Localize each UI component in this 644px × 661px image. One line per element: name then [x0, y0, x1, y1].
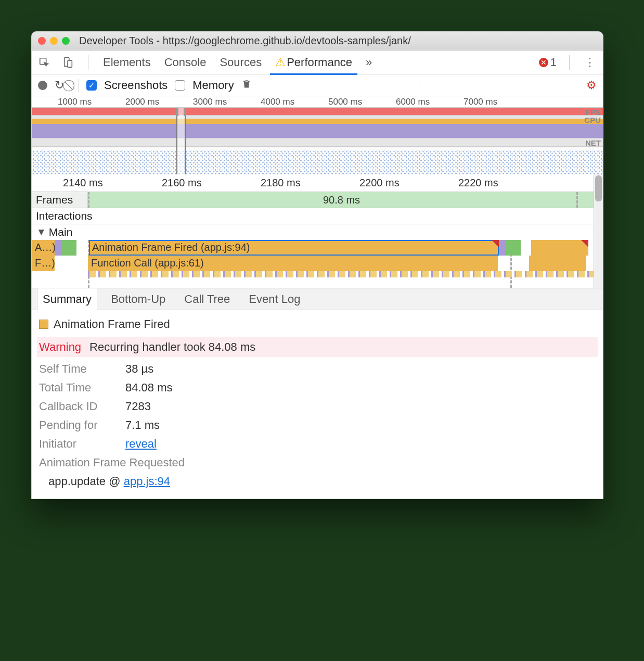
divider: [88, 55, 88, 70]
ruler-tick: 2220 ms: [458, 177, 498, 189]
flame-event-function-call[interactable]: Function Call (app.js:61): [88, 256, 498, 271]
details-tabs: Summary Bottom-Up Call Tree Event Log: [32, 288, 603, 310]
stack-source-link[interactable]: app.js:94: [124, 475, 170, 488]
warning-icon: ⚠: [275, 56, 286, 69]
ruler-tick: 4000 ms: [261, 97, 294, 107]
ruler-tick: 2180 ms: [261, 177, 301, 189]
screenshots-checkbox[interactable]: ✓: [86, 80, 97, 91]
total-time-value: 84.08 ms: [125, 381, 596, 395]
svg-rect-2: [68, 60, 72, 67]
tab-bottom-up[interactable]: Bottom-Up: [106, 288, 171, 310]
error-count[interactable]: 1: [550, 56, 557, 69]
warning-label: Warning: [39, 340, 81, 354]
flame-chart[interactable]: A…) Animation Frame Fired (app.js:94): [32, 240, 594, 288]
ruler-tick: 2000 ms: [125, 97, 159, 107]
ruler-tick: 3000 ms: [193, 97, 227, 107]
initiator-reveal-link[interactable]: reveal: [125, 437, 157, 450]
main-track-header[interactable]: ▼Main: [32, 224, 594, 240]
kebab-menu-icon[interactable]: ⋮: [582, 56, 598, 69]
ruler-tick: 6000 ms: [396, 97, 430, 107]
flame-event[interactable]: [505, 240, 521, 256]
overview-viewport-handle[interactable]: [176, 108, 186, 174]
initiator-heading: Animation Frame Requested: [39, 456, 596, 469]
long-task-warning-icon: [492, 240, 499, 247]
ruler-tick: 2160 ms: [162, 177, 202, 189]
ruler-tick: 2200 ms: [359, 177, 400, 189]
self-time-value: 38 µs: [125, 362, 596, 376]
interactions-track-label: Interactions: [32, 208, 97, 224]
flame-event[interactable]: [61, 240, 76, 256]
pending-value: 7.1 ms: [125, 418, 596, 432]
frames-track-label: Frames: [32, 192, 88, 208]
tab-elements[interactable]: Elements: [101, 52, 153, 73]
tab-performance-label: Performance: [287, 56, 352, 69]
ruler-tick: 5000 ms: [328, 97, 362, 107]
flame-event[interactable]: [55, 240, 61, 256]
warning-text: Recurring handler took 84.08 ms: [89, 340, 255, 354]
main-label-text: Main: [49, 226, 73, 238]
panel-tabs: Elements Console Sources ⚠Performance » …: [32, 50, 603, 74]
devtools-window: Developer Tools - https://googlechrome.g…: [31, 31, 603, 499]
memory-label: Memory: [192, 79, 234, 92]
stack-function: app.update @: [48, 475, 124, 488]
tab-call-tree[interactable]: Call Tree: [179, 288, 235, 310]
pending-label: Pending for: [39, 418, 117, 432]
titlebar: Developer Tools - https://googlechrome.g…: [32, 32, 603, 50]
ruler-tick: 1000 ms: [58, 97, 92, 107]
tabs-overflow[interactable]: »: [364, 52, 374, 73]
overview-fps-lane: FPS: [32, 108, 603, 115]
overview-timeline[interactable]: 1000 ms 2000 ms 3000 ms 4000 ms 5000 ms …: [32, 96, 603, 174]
flame-event[interactable]: A…): [32, 240, 55, 256]
flame-event-animation-frame-fired[interactable]: Animation Frame Fired (app.js:94): [89, 240, 499, 256]
reload-button[interactable]: ↻: [55, 79, 64, 92]
zoom-ruler[interactable]: 2140 ms 2160 ms 2180 ms 2200 ms 2220 ms: [32, 174, 594, 192]
flame-event[interactable]: F…): [32, 256, 55, 271]
frames-lane[interactable]: 90.8 ms: [88, 192, 594, 208]
inspect-icon[interactable]: [37, 57, 51, 68]
divider: [419, 79, 419, 92]
flame-event[interactable]: [529, 256, 586, 271]
chevron-down-icon[interactable]: ▼: [36, 226, 46, 238]
vertical-scrollbar[interactable]: [594, 174, 603, 288]
overview-cpu-lane: CPU: [32, 115, 603, 138]
tab-summary[interactable]: Summary: [37, 288, 97, 310]
interactions-track[interactable]: Interactions: [32, 208, 594, 224]
total-time-label: Total Time: [39, 381, 117, 395]
gear-icon[interactable]: ⚙: [586, 79, 597, 92]
stack-trace-row: app.update @ app.js:94: [48, 475, 596, 488]
flame-sub-events[interactable]: [88, 271, 594, 277]
frame-duration: 90.8 ms: [323, 194, 360, 206]
tab-sources[interactable]: Sources: [217, 52, 264, 73]
flame-event[interactable]: [499, 240, 505, 256]
record-button[interactable]: [38, 81, 47, 90]
callback-id-label: Callback ID: [39, 400, 117, 413]
initiator-label: Initiator: [39, 437, 117, 451]
divider: [569, 55, 570, 70]
scrollbar-thumb[interactable]: [595, 175, 602, 201]
maximize-icon[interactable]: [62, 37, 70, 45]
overview-screenshots-lane: [32, 146, 603, 174]
cpu-label: CPU: [584, 116, 601, 124]
flame-event[interactable]: [531, 240, 588, 256]
memory-checkbox[interactable]: [175, 80, 185, 91]
window-title: Developer Tools - https://googlechrome.g…: [79, 35, 411, 47]
frames-track[interactable]: Frames 90.8 ms: [32, 192, 594, 208]
trash-button[interactable]: [241, 79, 252, 92]
summary-title: Animation Frame Fired: [54, 317, 170, 331]
tab-performance[interactable]: ⚠Performance: [273, 52, 354, 73]
close-icon[interactable]: [38, 37, 46, 45]
tab-console[interactable]: Console: [162, 52, 209, 73]
summary-panel: Animation Frame Fired Warning Recurring …: [32, 310, 603, 499]
minimize-icon[interactable]: [50, 37, 58, 45]
device-mode-icon[interactable]: [61, 57, 75, 68]
ruler-tick: 2140 ms: [63, 177, 103, 189]
tab-event-log[interactable]: Event Log: [243, 288, 305, 310]
error-icon[interactable]: ✕: [539, 58, 548, 67]
performance-toolbar: ↻ ⃠ ✓ Screenshots Memory ⚙: [32, 74, 603, 96]
flame-event-label: Animation Frame Fired (app.js:94): [92, 241, 250, 253]
event-color-swatch: [39, 320, 48, 329]
screenshots-label: Screenshots: [104, 79, 168, 92]
ruler-tick: 7000 ms: [463, 97, 497, 107]
divider: [79, 79, 79, 92]
overview-ruler: 1000 ms 2000 ms 3000 ms 4000 ms 5000 ms …: [32, 96, 603, 108]
